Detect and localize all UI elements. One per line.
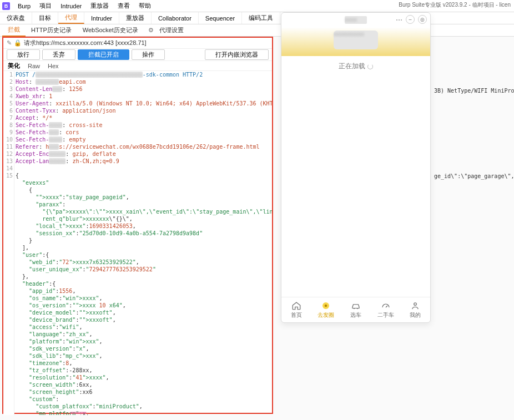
code-editor[interactable]: 1 2 3 4 5 6 7 8 9 10 11 12 13 14 15 POST…: [3, 71, 272, 415]
subtab-http-history[interactable]: HTTP历史记录: [26, 24, 77, 36]
nav-discover[interactable]: 去发圈: [311, 297, 341, 322]
horizontal-scroll-thumb[interactable]: [70, 412, 87, 414]
home-icon: [291, 301, 301, 311]
nav-used[interactable]: 二手车: [371, 297, 401, 322]
tab-dashboard[interactable]: 仪表盘: [0, 12, 32, 24]
subtab-ws-history[interactable]: WebSocket历史记录: [77, 24, 144, 36]
menu-repeater[interactable]: 重放器: [86, 2, 113, 10]
svg-point-1: [325, 305, 327, 307]
more-icon[interactable]: ⋯: [396, 15, 402, 24]
drop-button[interactable]: 丢弃: [42, 49, 75, 60]
spinner-icon: [367, 64, 373, 69]
viewtab-hex[interactable]: Hex: [48, 63, 59, 69]
request-url-row: ✎ 🔒 请求https://mcs.xxxxxxx.com:443 [xxxx2…: [3, 38, 272, 49]
subtab-proxy-settings[interactable]: 代理设置: [154, 24, 189, 36]
viewtab-raw[interactable]: Raw: [28, 63, 40, 69]
banner-car-image-blurred: xxxxxxxxxx: [334, 31, 378, 49]
miniprogram-titlebar: xxxx ⋯ – ◎: [281, 13, 430, 27]
nav-choose-label: 选车: [350, 311, 361, 319]
window-title: Burp Suite专业版 v2023.9.2 - 临时项目 - licen: [399, 1, 511, 9]
request-buttons: 放行 丢弃 拦截已开启 操作 打开内嵌浏览器: [3, 49, 272, 61]
editor-view-tabs: 美化 Raw Hex: [3, 61, 272, 71]
minimize-button[interactable]: –: [406, 15, 415, 24]
tab-decoder[interactable]: 编码工具: [242, 12, 280, 24]
tab-intruder[interactable]: Intruder: [84, 12, 119, 24]
loading-text: 正在加载: [281, 62, 430, 71]
burp-logo-icon: B: [2, 2, 10, 10]
nav-home[interactable]: 首页: [281, 297, 311, 322]
gauge-icon: [381, 301, 391, 311]
viewtab-pretty[interactable]: 美化: [8, 62, 20, 70]
tab-sequencer[interactable]: Sequencer: [199, 12, 242, 24]
nav-me-label: 我的: [410, 311, 421, 319]
proxy-subtabs: 拦截 HTTP历史记录 WebSocket历史记录 ⚙ 代理设置: [0, 24, 514, 37]
target-button[interactable]: ◎: [418, 15, 427, 24]
nav-me[interactable]: 我的: [400, 297, 430, 322]
miniprogram-window: xxxx ⋯ – ◎ xxxxxxxxxx 正在加载 首页 去发圈: [281, 12, 431, 323]
car-icon: [351, 301, 361, 311]
nav-choose[interactable]: 选车: [341, 297, 371, 322]
edit-icon[interactable]: ✎: [7, 39, 12, 47]
intercept-toggle-button[interactable]: 拦截已开启: [78, 49, 129, 60]
overflow-line-params: ge_id\":\"page_garage\",\"stay_: [434, 173, 514, 179]
menu-project[interactable]: 项目: [35, 2, 56, 10]
action-button[interactable]: 操作: [132, 49, 165, 60]
lock-icon: 🔒: [14, 39, 22, 47]
miniprogram-banner: xxxxxxxxxx: [281, 27, 430, 56]
overflow-line-ua: 3B) NetType/WIFI MiniProgramEnv: [434, 88, 514, 94]
tab-target[interactable]: 目标: [32, 12, 58, 24]
svg-point-2: [414, 303, 417, 306]
request-url: 请求https://mcs.xxxxxxx.com:443 [xxxx28.71…: [24, 39, 269, 47]
nav-discover-label: 去发圈: [318, 311, 334, 319]
menu-intruder[interactable]: Intruder: [56, 3, 86, 9]
tab-collab[interactable]: Collaborator: [152, 12, 199, 24]
menu-burp[interactable]: Burp: [13, 3, 35, 9]
miniprogram-title-blurred: xxxx: [345, 16, 367, 24]
main-tabs: 仪表盘 目标 代理 Intruder 重放器 Collaborator Sequ…: [0, 12, 514, 24]
line-gutter: 1 2 3 4 5 6 7 8 9 10 11 12 13 14 15: [3, 71, 14, 415]
menu-view[interactable]: 查看: [113, 2, 134, 10]
menu-bar: B Burp 项目 Intruder 重放器 查看 帮助 Burp Suite专…: [0, 0, 514, 12]
open-browser-button[interactable]: 打开内嵌浏览器: [205, 49, 269, 60]
disc-icon: [321, 301, 331, 311]
gear-icon[interactable]: ⚙: [148, 27, 154, 34]
request-panel: ✎ 🔒 请求https://mcs.xxxxxxx.com:443 [xxxx2…: [2, 37, 273, 414]
tab-repeater[interactable]: 重放器: [119, 12, 152, 24]
code-body[interactable]: POST /xxxxxxxxxxxxxxxxxxxxxxxxxxxxxxxx-s…: [16, 71, 272, 415]
menu-help[interactable]: 帮助: [134, 2, 155, 10]
nav-home-label: 首页: [291, 311, 302, 319]
miniprogram-bottom-nav: 首页 去发圈 选车 二手车 我的: [281, 297, 430, 322]
tab-proxy[interactable]: 代理: [58, 12, 84, 24]
subtab-intercept[interactable]: 拦截: [2, 24, 26, 37]
nav-used-label: 二手车: [377, 311, 394, 319]
user-icon: [410, 301, 420, 311]
forward-button[interactable]: 放行: [7, 49, 40, 60]
